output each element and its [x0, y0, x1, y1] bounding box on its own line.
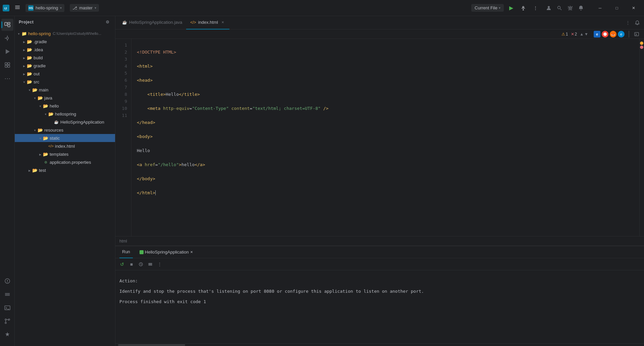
tree-item-test[interactable]: 📂 test [15, 166, 115, 174]
chrome-icon[interactable] [602, 31, 608, 38]
tab-hello-spring-app[interactable]: ☕ HelloSpringApplication.java [118, 16, 186, 29]
svg-rect-20 [8, 65, 10, 67]
project-panel-gear[interactable]: ⚙ [104, 19, 111, 25]
main-icon: 📂 [32, 87, 38, 92]
tree-item-java-folder[interactable]: 📂 java [15, 94, 115, 102]
tree-item-out[interactable]: 📂 out [15, 70, 115, 78]
notifications-side-button[interactable] [633, 19, 641, 27]
maximize-button[interactable]: □ [609, 3, 625, 13]
run-more-button[interactable]: ⋮ [531, 3, 540, 13]
tree-root[interactable]: 📁 hello-spring C:\Users\plot1\studyW\hel… [15, 29, 115, 38]
notifications-button[interactable] [576, 3, 586, 13]
branch-dropdown-icon: ▾ [95, 6, 96, 10]
ie-icon[interactable]: e [594, 31, 600, 38]
idea-label: .idea [34, 47, 43, 52]
error-count[interactable]: ✕ 2 [571, 32, 577, 37]
tree-item-main[interactable]: 📂 main [15, 86, 115, 94]
tree-item-hello-spring-app[interactable]: ☕ HelloSpringApplication [15, 118, 115, 126]
out-icon: 📂 [27, 71, 32, 76]
nav-down-button[interactable]: ▼ [584, 32, 588, 37]
activity-bottom [1, 275, 13, 343]
hellospring-label: hellospring [55, 112, 76, 117]
tree-item-hello[interactable]: 📂 hello [15, 102, 115, 110]
tree-item-idea[interactable]: 📂 .idea [15, 46, 115, 54]
gradle-icon: 📂 [27, 63, 32, 68]
restart-run-button[interactable]: ↺ [118, 260, 126, 268]
run-tab[interactable]: Run [119, 246, 133, 258]
svg-point-5 [523, 6, 524, 8]
app-props-label: application.properties [50, 160, 91, 165]
project-name-label: hello-spring [36, 5, 58, 10]
edge-icon[interactable]: e [618, 31, 625, 38]
run-instance-close[interactable]: ✕ [190, 250, 193, 254]
activity-more[interactable]: ⋯ [1, 72, 13, 84]
svg-point-26 [5, 319, 6, 320]
run-instance-tab[interactable]: HelloSpringApplication ✕ [137, 246, 196, 258]
tree-item-resources[interactable]: 📂 resources [15, 126, 115, 134]
console-blank-3 [119, 294, 640, 299]
warning-count[interactable]: ⚠ 1 [561, 32, 568, 37]
tree-item-app-props[interactable]: ⚙ application.properties [15, 158, 115, 166]
tree-item-src[interactable]: 📂 src [15, 78, 115, 86]
out-arrow [21, 71, 27, 76]
dump-threads-button[interactable] [137, 260, 145, 268]
activity-commit[interactable] [1, 32, 13, 44]
firefox-icon[interactable]: 🦊 [610, 31, 616, 38]
error-number: 2 [575, 32, 577, 37]
run-toolbar: ↺ ■ ⋮ [115, 258, 644, 270]
hamburger-menu[interactable] [13, 3, 21, 12]
svg-point-28 [5, 322, 6, 324]
activity-problems[interactable] [1, 275, 13, 287]
close-button[interactable]: ✕ [626, 3, 641, 13]
svg-rect-31 [149, 263, 152, 264]
error-icon: ✕ [571, 32, 574, 37]
activity-plugins[interactable] [1, 59, 13, 71]
project-dropdown-icon: ▾ [60, 6, 62, 10]
tree-item-gradle-dot[interactable]: 📂 .gradle [15, 38, 115, 46]
tree-item-gradle[interactable]: 📂 gradle [15, 62, 115, 70]
editor-status-area: html [115, 236, 644, 246]
tree-item-build[interactable]: 📂 build [15, 54, 115, 62]
arrow-nav: ▲ ▼ [580, 32, 588, 37]
main-layout: ⋯ [0, 16, 644, 346]
svg-rect-2 [15, 6, 20, 6]
code-line-6: </head> [137, 119, 634, 126]
tree-item-templates[interactable]: 📂 templates [15, 150, 115, 158]
tab-index-html[interactable]: </> index.html ✕ [186, 16, 229, 29]
code-line-3: <head> [137, 77, 634, 84]
code-line-1: <!DOCTYPE HTML> [137, 49, 634, 56]
tab-html-close[interactable]: ✕ [220, 20, 225, 25]
project-selector[interactable]: HS hello-spring ▾ [25, 4, 64, 12]
code-content[interactable]: <!DOCTYPE HTML> <html> <head> <title>Hel… [131, 39, 639, 236]
java-folder-arrow [32, 95, 38, 100]
tabs-more-button[interactable]: ⋮ [624, 19, 632, 27]
console-scrollbar-thumb[interactable] [118, 344, 185, 346]
activity-git[interactable] [1, 315, 13, 327]
tab-java-icon: ☕ [122, 20, 127, 25]
search-everywhere-button[interactable] [555, 3, 564, 13]
settings-button[interactable] [566, 3, 575, 13]
run-button[interactable]: ▶ [506, 3, 516, 13]
live-preview-icon[interactable] [633, 31, 640, 38]
hello-spring-app-label: HelloSpringApplication [60, 120, 104, 125]
tree-item-static[interactable]: 📂 static [15, 134, 115, 142]
more-run-button[interactable]: ⋮ [156, 260, 164, 268]
gradle-dot-arrow [21, 39, 27, 44]
console-action-line: Action: [119, 278, 640, 283]
activity-project[interactable] [1, 19, 13, 31]
nav-up-button[interactable]: ▲ [580, 32, 584, 37]
activity-terminal[interactable] [1, 302, 13, 314]
branch-selector[interactable]: ⎇ master ▾ [70, 4, 99, 12]
debug-button[interactable] [519, 3, 528, 13]
activity-ai[interactable] [1, 329, 13, 341]
stop-run-button[interactable]: ■ [127, 260, 136, 268]
right-gutter [639, 39, 644, 236]
settings-run-button[interactable] [146, 260, 154, 268]
activity-services[interactable] [1, 288, 13, 300]
tree-item-index-html[interactable]: </> index.html [15, 142, 115, 150]
activity-run-debug[interactable] [1, 46, 13, 58]
minimize-button[interactable]: ─ [592, 3, 608, 13]
current-file-selector[interactable]: Current File ▾ [471, 4, 504, 12]
profile-button[interactable] [544, 3, 553, 13]
tree-item-hellospring[interactable]: 📂 hellospring [15, 110, 115, 118]
